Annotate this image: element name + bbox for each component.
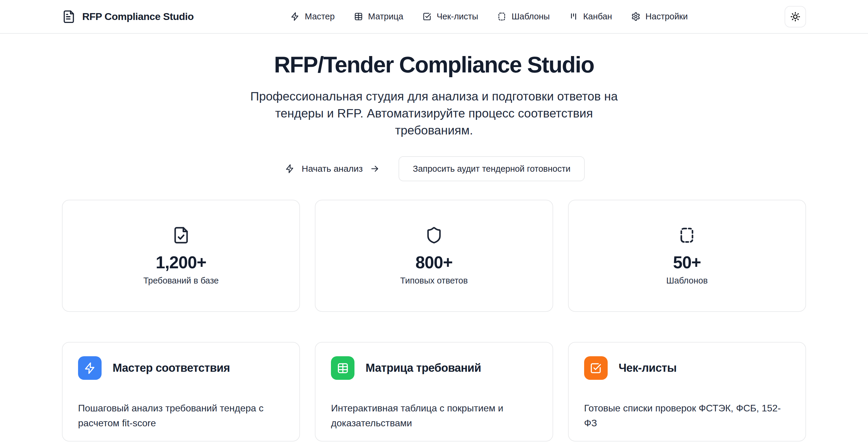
feature-description: Пошаговый анализ требований тендера с ра…	[78, 401, 284, 431]
stat-card-answers: 800+ Типовых ответов	[315, 200, 553, 312]
arrow-right-icon	[370, 164, 379, 174]
nav-item-settings[interactable]: Настройки	[631, 11, 688, 22]
theme-toggle-button[interactable]	[784, 6, 806, 27]
dashed-square-icon	[497, 12, 506, 21]
nav-item-label: Чек-листы	[437, 11, 478, 22]
request-audit-label: Запросить аудит тендерной готовности	[413, 164, 570, 174]
stat-value: 800+	[415, 253, 453, 272]
start-analysis-label: Начать анализ	[302, 164, 363, 174]
file-text-icon	[62, 10, 76, 24]
page-title: RFP/Tender Compliance Studio	[0, 52, 868, 77]
nav-item-kanban[interactable]: Канбан	[569, 11, 612, 22]
request-audit-button[interactable]: Запросить аудит тендерной готовности	[399, 156, 585, 181]
shield-icon	[425, 226, 443, 244]
kanban-icon	[569, 12, 578, 21]
stat-card-templates: 50+ Шаблонов	[568, 200, 806, 312]
features-section: Мастер соответствия Пошаговый анализ тре…	[62, 342, 806, 442]
stat-label: Требований в базе	[143, 276, 219, 286]
nav-item-label: Шаблоны	[512, 11, 550, 22]
feature-card-header: Мастер соответствия	[78, 356, 284, 380]
feature-title: Матрица требований	[366, 362, 481, 375]
main-nav: Мастер Матрица Чек-листы Шаблоны Канбан …	[290, 11, 688, 22]
feature-title: Чек-листы	[619, 362, 677, 375]
feature-card-checklists[interactable]: Чек-листы Готовые списки проверок ФСТЭК,…	[568, 342, 806, 442]
stat-value: 50+	[673, 253, 701, 272]
table-icon	[354, 12, 363, 21]
nav-item-label: Настройки	[646, 11, 688, 22]
feature-card-wizard[interactable]: Мастер соответствия Пошаговый анализ тре…	[62, 342, 300, 442]
cta-row: Начать анализ Запросить аудит тендерной …	[0, 156, 868, 181]
zap-icon	[78, 356, 101, 380]
check-square-icon	[423, 12, 432, 21]
dashed-square-icon	[678, 226, 696, 244]
stat-card-requirements: 1,200+ Требований в базе	[62, 200, 300, 312]
sun-icon	[790, 11, 801, 22]
check-square-icon	[584, 356, 608, 380]
feature-title: Мастер соответствия	[113, 362, 230, 375]
zap-icon	[285, 164, 294, 174]
table-icon	[331, 356, 354, 380]
hero-section: RFP/Tender Compliance Studio Профессиона…	[0, 34, 868, 181]
stats-section: 1,200+ Требований в базе 800+ Типовых от…	[62, 200, 806, 312]
stat-label: Типовых ответов	[400, 276, 468, 286]
nav-item-master[interactable]: Мастер	[290, 11, 335, 22]
file-check-icon	[172, 226, 190, 244]
stat-label: Шаблонов	[666, 276, 708, 286]
stat-value: 1,200+	[156, 253, 207, 272]
feature-description: Готовые списки проверок ФСТЭК, ФСБ, 152-…	[584, 401, 790, 431]
gear-icon	[631, 12, 641, 21]
zap-icon	[290, 12, 300, 21]
feature-card-header: Чек-листы	[584, 356, 790, 380]
top-nav: RFP Compliance Studio Мастер Матрица Чек…	[0, 0, 868, 34]
feature-card-header: Матрица требований	[331, 356, 537, 380]
feature-card-matrix[interactable]: Матрица требований Интерактивная таблица…	[315, 342, 553, 442]
app-title: RFP Compliance Studio	[82, 11, 194, 22]
nav-item-label: Канбан	[583, 11, 612, 22]
nav-item-label: Мастер	[305, 11, 335, 22]
nav-item-matrix[interactable]: Матрица	[354, 11, 403, 22]
page-subtitle: Профессиональная студия для анализа и по…	[238, 88, 630, 139]
nav-item-templates[interactable]: Шаблоны	[497, 11, 550, 22]
nav-item-label: Матрица	[368, 11, 403, 22]
feature-description: Интерактивная таблица с покрытием и дока…	[331, 401, 537, 431]
app-logo[interactable]: RFP Compliance Studio	[62, 10, 194, 24]
start-analysis-button[interactable]: Начать анализ	[283, 156, 381, 181]
nav-item-checklists[interactable]: Чек-листы	[423, 11, 478, 22]
